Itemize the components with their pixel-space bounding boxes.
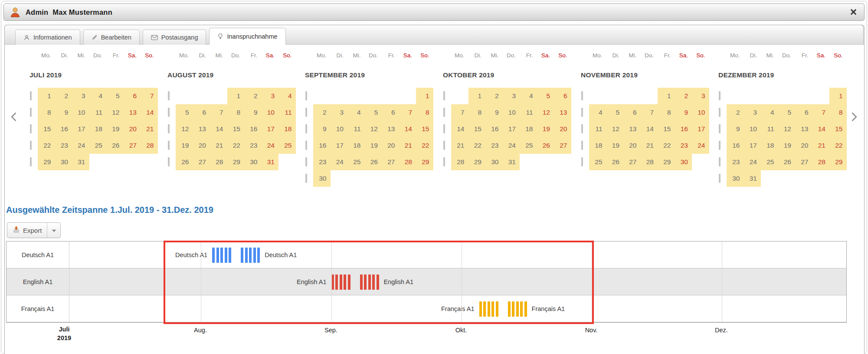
day-cell[interactable]: 16 [675,121,692,137]
day-cell[interactable]: 2 [675,88,692,104]
day-cell[interactable]: 4 [761,104,778,121]
day-cell[interactable]: 1 [829,88,847,104]
day-cell[interactable]: 23 [485,137,503,154]
day-cell[interactable]: 15 [658,121,675,137]
day-cell[interactable]: 8 [468,104,486,121]
day-cell[interactable]: 22 [38,137,55,154]
day-cell[interactable]: 21 [399,137,416,154]
day-cell[interactable]: 9 [727,121,744,137]
day-cell[interactable]: 4 [278,88,296,104]
day-cell[interactable]: 7 [641,104,658,121]
day-cell[interactable]: 9 [313,121,331,137]
day-cell[interactable]: 17 [331,137,348,154]
day-cell[interactable]: 23 [727,154,744,170]
day-cell[interactable]: 4 [347,104,365,121]
day-cell[interactable]: 17 [72,121,89,137]
day-cell[interactable]: 22 [468,137,486,154]
day-cell[interactable]: 5 [106,88,124,104]
day-cell[interactable]: 23 [675,137,692,154]
day-cell[interactable]: 29 [416,154,433,170]
day-cell[interactable]: 28 [451,154,468,170]
day-cell[interactable]: 26 [176,154,193,170]
calendar-prev-button[interactable] [9,111,18,124]
tab-postausgang[interactable]: Postausgang [143,30,206,45]
day-cell[interactable]: 22 [829,137,847,154]
day-cell[interactable]: 10 [72,104,89,121]
day-cell[interactable]: 16 [727,137,744,154]
day-cell[interactable]: 5 [365,104,382,121]
day-cell[interactable]: 26 [365,154,382,170]
day-cell[interactable]: 3 [503,88,520,104]
day-cell[interactable]: 12 [106,104,124,121]
day-cell[interactable]: 22 [416,137,433,154]
day-cell[interactable]: 6 [554,88,571,104]
day-cell[interactable]: 1 [227,88,245,104]
day-cell[interactable]: 10 [331,121,348,137]
day-cell[interactable]: 15 [829,121,847,137]
day-cell[interactable]: 25 [761,154,778,170]
day-cell[interactable]: 28 [812,154,830,170]
day-cell[interactable]: 4 [520,88,537,104]
day-cell[interactable]: 24 [692,137,709,154]
day-cell[interactable]: 3 [331,104,348,121]
day-cell[interactable]: 25 [347,154,365,170]
day-cell[interactable]: 13 [795,121,812,137]
day-cell[interactable]: 25 [589,154,606,170]
day-cell[interactable]: 7 [210,104,227,121]
day-cell[interactable]: 6 [193,104,210,121]
day-cell[interactable]: 20 [193,137,210,154]
day-cell[interactable]: 2 [313,104,331,121]
day-cell[interactable]: 20 [124,121,141,137]
day-cell[interactable]: 12 [176,121,193,137]
day-cell[interactable]: 13 [554,104,571,121]
day-cell[interactable]: 9 [244,104,262,121]
day-cell[interactable]: 31 [503,154,520,170]
day-cell[interactable]: 21 [451,137,468,154]
day-cell[interactable]: 14 [641,121,658,137]
day-cell[interactable]: 27 [124,137,141,154]
day-cell[interactable]: 27 [623,154,641,170]
day-cell[interactable]: 6 [795,104,812,121]
day-cell[interactable]: 9 [675,104,692,121]
day-cell[interactable]: 30 [313,170,331,187]
day-cell[interactable]: 18 [520,121,537,137]
day-cell[interactable]: 27 [193,154,210,170]
day-cell[interactable]: 4 [589,104,606,121]
day-cell[interactable]: 30 [55,154,72,170]
day-cell[interactable]: 26 [106,137,124,154]
day-cell[interactable]: 23 [313,154,331,170]
day-cell[interactable]: 1 [468,88,486,104]
day-cell[interactable]: 31 [72,154,89,170]
day-cell[interactable]: 21 [812,137,830,154]
day-cell[interactable]: 15 [227,121,245,137]
day-cell[interactable]: 28 [141,137,158,154]
day-cell[interactable]: 18 [278,121,296,137]
day-cell[interactable]: 23 [244,137,262,154]
day-cell[interactable]: 14 [210,121,227,137]
day-cell[interactable]: 19 [176,137,193,154]
day-cell[interactable]: 26 [537,137,554,154]
day-cell[interactable]: 22 [658,137,675,154]
day-cell[interactable]: 7 [399,104,416,121]
day-cell[interactable]: 24 [331,154,348,170]
day-cell[interactable]: 14 [399,121,416,137]
day-cell[interactable]: 28 [210,154,227,170]
day-cell[interactable]: 17 [503,121,520,137]
day-cell[interactable]: 18 [761,137,778,154]
day-cell[interactable]: 21 [141,121,158,137]
day-cell[interactable]: 5 [537,88,554,104]
day-cell[interactable]: 8 [416,104,433,121]
day-cell[interactable]: 13 [193,121,210,137]
day-cell[interactable]: 26 [606,154,624,170]
day-cell[interactable]: 22 [227,137,245,154]
day-cell[interactable]: 21 [641,137,658,154]
day-cell[interactable]: 8 [658,104,675,121]
calendar-next-button[interactable] [849,111,859,124]
day-cell[interactable]: 24 [744,154,761,170]
tab-bearbeiten[interactable]: Bearbeiten [83,30,140,45]
day-cell[interactable]: 15 [468,121,486,137]
export-button[interactable]: Export [7,223,47,238]
day-cell[interactable]: 5 [176,104,193,121]
export-dropdown-button[interactable] [47,223,60,238]
day-cell[interactable]: 29 [829,154,847,170]
